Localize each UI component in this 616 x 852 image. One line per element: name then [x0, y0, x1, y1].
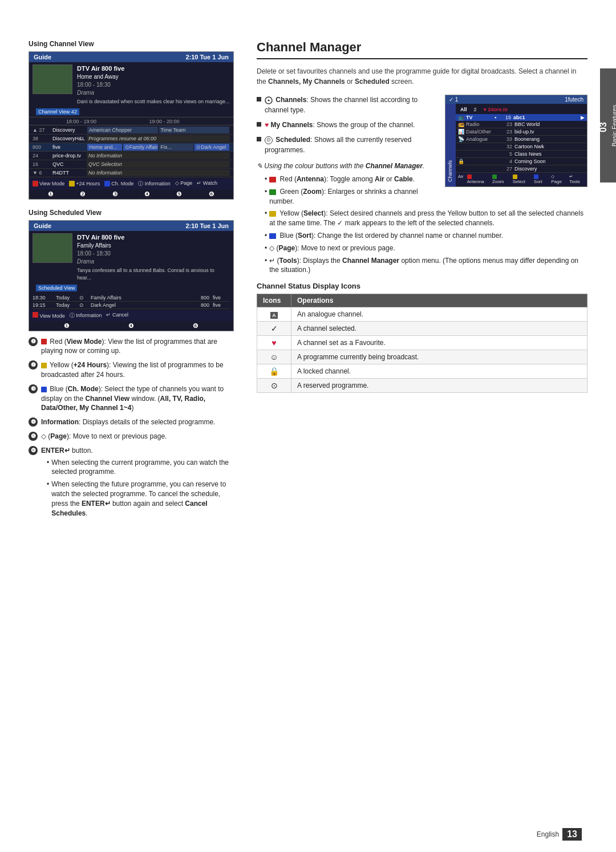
bullet-num-5: ❺	[29, 432, 38, 441]
guide1-thumbnail	[33, 64, 72, 94]
bullet-text: Red (Antenna): Toggle among Air or Cable…	[269, 175, 415, 184]
table-row: A An analogue channel.	[257, 307, 587, 322]
sub-bullet-text-1: When selecting the current programme, yo…	[51, 458, 234, 477]
prog1: Home and...	[87, 144, 122, 151]
status-op-broadcast: A programme currently being broadcast.	[291, 350, 587, 364]
list-item: Green (Zoom): Enlarges or shrinks a chan…	[265, 187, 437, 206]
section2-heading: Using Scheduled View	[29, 209, 234, 217]
name-cell: Cartoon Nwk	[514, 144, 585, 149]
section1-heading: Using Channel View	[29, 40, 234, 48]
bullet-content-2: Yellow (+24 Hours): Viewing the list of …	[41, 360, 234, 380]
guide1-slot2: 19:00 - 20:00	[147, 119, 230, 124]
data-icon: 📊	[458, 129, 466, 135]
sch-ch: five	[213, 295, 230, 301]
guide2-footer: View Mode ⓘ Information ↵ Cancel	[29, 310, 233, 321]
bullet-content-6: ENTER↵ button. When selecting the curren…	[41, 446, 234, 521]
sch-prog: Family Affairs	[91, 295, 189, 301]
bullet-text: Green (Zoom): Enlarges or shrinks a chan…	[269, 187, 437, 206]
guide2-main-info: DTV Air 800 five Family Affairs 18:00 - …	[29, 231, 233, 284]
indicator-2: ❷	[80, 190, 86, 198]
guide1-indicator-row: ❶ ❷ ❸ ❹ ❺ ❻	[29, 189, 233, 199]
sch-btn-information: ⓘ Information	[70, 312, 102, 319]
guide1-genre: Drama	[77, 89, 230, 97]
bullet-num-1: ❶	[29, 337, 38, 346]
table-row: 🔒 A locked channel.	[257, 364, 587, 379]
guide2-ch-name: DTV Air 800 five	[77, 233, 230, 242]
cm-header-name: 1futech	[565, 96, 583, 103]
bullet-num-6: ❻	[29, 446, 38, 455]
name-cell: BBC World	[514, 121, 585, 127]
list-item: ♥ My Channels: Shows the group of the ch…	[257, 120, 437, 130]
num-cell: 5	[500, 151, 514, 157]
sch-time: 19:15	[33, 302, 52, 308]
num-cell: 27	[500, 166, 514, 172]
ch-name-cell: Discovery	[52, 127, 87, 133]
guide2-view-label: Scheduled View	[36, 285, 77, 291]
cm-content: Channels All 2 ♥ 24ore.tv 📺 TV ▪ 15 abc	[445, 104, 587, 186]
guide2-description: Tanya confesses all to a stunned Babs. C…	[77, 267, 230, 281]
bullet-text: ⊙ Scheduled: Shows all the currently res…	[265, 135, 437, 155]
enter-sub-bullets: When selecting the current programme, yo…	[47, 458, 234, 518]
blue-btn-icon	[269, 233, 276, 239]
btn-watch: ↵ Watch	[197, 180, 217, 188]
status-icon-analog: A	[257, 307, 291, 322]
table-row: 800 five Home and... ⊙Family Affairs Fix…	[29, 143, 233, 152]
prog4: ⊙Dark Angel	[194, 144, 229, 151]
ch-num: 800	[33, 144, 52, 150]
table-row: 18:30 Today ⊙ Family Affairs 800 five	[33, 294, 230, 302]
guide2-title: Guide	[34, 222, 51, 229]
guide2-genre: Drama	[77, 258, 230, 266]
status-icon-lock: 🔒	[257, 364, 291, 379]
colour-sub-bullets: Red (Antenna): Toggle among Air or Cable…	[265, 175, 587, 275]
list-item: ❺ ◇ (Page): Move to next or previous pag…	[29, 432, 234, 441]
indicator-6: ❻	[209, 190, 214, 198]
sch-icon: ⊙	[79, 302, 87, 308]
cm-main: All 2 ♥ 24ore.tv 📺 TV ▪ 15 abc1 ▶	[456, 104, 587, 186]
list-item: ❻ ENTER↵ button. When selecting the curr…	[29, 446, 234, 521]
sch-btn-view-mode: View Mode	[33, 312, 65, 319]
btn-ch-mode: Ch. Mode	[104, 180, 133, 188]
green-icon	[492, 175, 497, 179]
guide2-thumbnail	[33, 233, 72, 263]
tv-arrow: ▶	[581, 115, 585, 120]
cm-tab-all[interactable]: All	[458, 106, 469, 113]
btn-page: ◇ Page	[175, 180, 193, 188]
bullet-text: Yellow (Select): Select desired channels…	[269, 209, 587, 228]
footer-lang: English	[537, 830, 559, 838]
table-row: ✓ A channel selected.	[257, 322, 587, 336]
guide1-time: 18:00 - 18:30	[77, 81, 230, 89]
lock-icon: 🔒	[269, 367, 279, 376]
chapter-label: Basic Features	[611, 104, 616, 146]
btn-view-mode: View Mode	[33, 180, 64, 188]
indicator-4: ❹	[128, 322, 134, 330]
table-row: 16 QVC QVC Selection	[29, 160, 233, 169]
name-cell: Class News	[514, 151, 585, 157]
status-op-check: A channel selected.	[291, 322, 587, 336]
red-btn-icon	[33, 181, 38, 186]
guide1-slot1: 18:00 - 19:00	[64, 119, 147, 124]
sch-icon: ⊙	[79, 295, 87, 301]
list-item: ◇ (Page): Move to next or previous page.	[265, 244, 587, 253]
list-item: ↵ (Tools): Displays the Channel Manager …	[265, 256, 587, 275]
indicator-6: ❻	[193, 322, 198, 330]
prog2: ⊙Family Affairs	[123, 144, 158, 151]
yellow-icon	[513, 175, 517, 179]
name-cell: Coming Soon	[514, 159, 585, 164]
list-item: Blue (Sort): Change the list ordered by …	[265, 231, 587, 241]
sch-date: Today	[56, 302, 76, 308]
sch-ch: five	[213, 302, 230, 308]
status-icon-heart: ♥	[257, 336, 291, 350]
cm-sidebar-label: Channels	[445, 104, 456, 186]
cm-channel-row: 📻 Radio 23 BBC World	[456, 121, 587, 128]
guide1-programme: Home and Away	[77, 73, 230, 81]
cm-header-check: ✓ 1	[449, 96, 458, 103]
square-bullet-icon	[257, 122, 261, 127]
table-row: ☺ A programme currently being broadcast.	[257, 350, 587, 364]
cm-tab-num: 2	[472, 106, 479, 113]
sch-num: 800	[192, 302, 209, 308]
status-section-title: Channel Status Display Icons	[257, 282, 587, 290]
square-bullet-icon	[257, 137, 261, 141]
guide1-header: Guide 2:10 Tue 1 Jun	[29, 52, 233, 62]
bullet-num-2: ❷	[29, 360, 38, 370]
clock-icon: ⊙	[265, 136, 273, 144]
